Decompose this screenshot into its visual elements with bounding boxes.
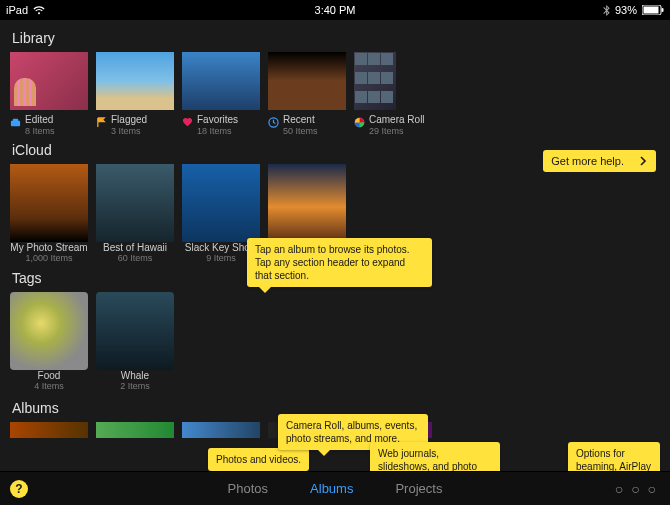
battery-icon — [642, 5, 664, 15]
album-camera-roll[interactable]: Camera Roll29 Items — [354, 52, 425, 136]
album-count: 8 Items — [25, 126, 55, 136]
device-label: iPad — [6, 4, 28, 16]
album-count: 1,000 Items — [10, 253, 88, 263]
tab-projects[interactable]: Projects — [395, 481, 442, 496]
album-photo-stream[interactable]: My Photo Stream1,000 Items — [10, 164, 88, 264]
album-title: Whale — [96, 370, 174, 382]
svg-rect-4 — [13, 119, 19, 122]
thumb — [96, 52, 174, 110]
thumb — [10, 292, 88, 370]
tab-photos[interactable]: Photos — [228, 481, 268, 496]
heart-icon — [182, 114, 193, 125]
album-count: 29 Items — [369, 126, 425, 136]
album-recent[interactable]: Recent50 Items — [268, 52, 346, 136]
album-count: 50 Items — [283, 126, 318, 136]
thumb — [182, 52, 260, 110]
album-favorites[interactable]: Favorites18 Items — [182, 52, 260, 136]
wifi-icon — [33, 6, 45, 15]
album-title: Flagged — [111, 114, 147, 126]
thumb — [182, 164, 260, 242]
album-title: Best of Hawaii — [96, 242, 174, 254]
tags-row: Food4 Items Whale2 Items — [10, 292, 660, 392]
help-pill-label: Get more help. — [551, 155, 624, 167]
thumb — [96, 164, 174, 242]
status-bar: iPad 3:40 PM 93% — [0, 0, 670, 20]
battery-pct: 93% — [615, 4, 637, 16]
thumb — [10, 52, 88, 110]
album-flagged[interactable]: Flagged3 Items — [96, 52, 174, 136]
album-count: 4 Items — [10, 381, 88, 391]
album-edited[interactable]: Edited8 Items — [10, 52, 88, 136]
library-row: Edited8 Items Flagged3 Items Favorites18… — [10, 52, 660, 136]
tooltip-album: Tap an album to browse its photos. Tap a… — [247, 238, 432, 287]
album-best-hawaii[interactable]: Best of Hawaii60 Items — [96, 164, 174, 264]
tab-bar: ? Photos Albums Projects ○ ○ ○ — [0, 471, 670, 505]
svg-rect-1 — [644, 7, 659, 14]
clock: 3:40 PM — [315, 4, 356, 16]
tooltip-photos: Photos and videos. — [208, 448, 309, 471]
album-count: 18 Items — [197, 126, 238, 136]
album-count: 3 Items — [111, 126, 147, 136]
thumb — [10, 164, 88, 242]
album-mini[interactable] — [182, 422, 260, 438]
tag-whale[interactable]: Whale2 Items — [96, 292, 174, 392]
album-title: Edited — [25, 114, 55, 126]
chevron-right-icon — [638, 156, 648, 166]
album-mini[interactable] — [96, 422, 174, 438]
thumb — [96, 292, 174, 370]
album-title: My Photo Stream — [10, 242, 88, 254]
tab-albums[interactable]: Albums — [310, 481, 353, 496]
thumb — [268, 52, 346, 110]
help-badge-button[interactable]: ? — [10, 480, 28, 498]
album-mini[interactable] — [10, 422, 88, 438]
bluetooth-icon — [603, 5, 610, 16]
flag-icon — [96, 114, 107, 125]
album-title: Recent — [283, 114, 318, 126]
section-header-library[interactable]: Library — [12, 30, 660, 46]
album-title: Favorites — [197, 114, 238, 126]
album-count: 60 Items — [96, 253, 174, 263]
clock-icon — [268, 114, 279, 125]
thumb — [268, 164, 346, 242]
svg-rect-2 — [662, 8, 664, 12]
edited-icon — [10, 114, 21, 125]
album-title: Food — [10, 370, 88, 382]
thumb — [354, 52, 396, 110]
get-more-help-button[interactable]: Get more help. — [543, 150, 656, 172]
album-title: Camera Roll — [369, 114, 425, 126]
tag-food[interactable]: Food4 Items — [10, 292, 88, 392]
more-options-button[interactable]: ○ ○ ○ — [615, 481, 658, 497]
album-count: 2 Items — [96, 381, 174, 391]
color-wheel-icon — [354, 114, 365, 125]
